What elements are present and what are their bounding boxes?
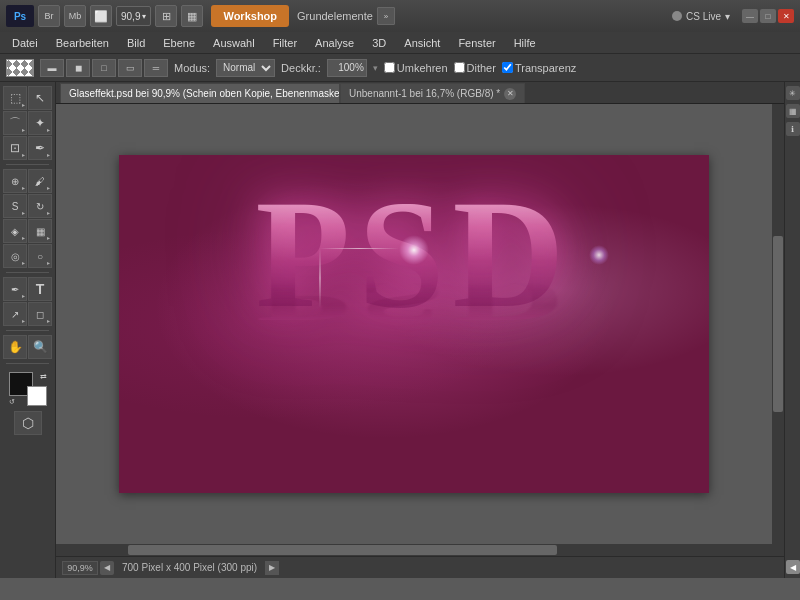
lens-flare-2: [589, 245, 609, 265]
document-area: Glaseffekt.psd bei 90,9% (Schein oben Ko…: [56, 82, 784, 578]
maximize-btn[interactable]: □: [760, 9, 776, 23]
brush-mode-normal[interactable]: ▬: [40, 59, 64, 77]
umkehren-checkbox[interactable]: [384, 62, 395, 73]
tab-unbenannt[interactable]: Unbenannt-1 bei 16,7% (RGB/8) * ✕: [340, 83, 525, 103]
clone-stamp-tool-btn[interactable]: S▸: [3, 194, 27, 218]
menu-auswahl[interactable]: Auswahl: [205, 35, 263, 51]
cs-live-label: CS Live: [686, 11, 721, 22]
status-bar: ◀ 700 Pixel x 400 Pixel (300 ppi) ▶: [56, 556, 784, 578]
tool-row-1: ⬚▸ ↖: [2, 86, 53, 110]
eraser-tool-btn[interactable]: ◈▸: [3, 219, 27, 243]
eyedropper-tool-btn[interactable]: ✒▸: [28, 136, 52, 160]
menu-filter[interactable]: Filter: [265, 35, 305, 51]
path-selection-tool-btn[interactable]: ↗▸: [3, 302, 27, 326]
opacity-input[interactable]: [327, 59, 367, 77]
canvas-image[interactable]: PSD PSD: [119, 155, 709, 493]
menu-datei[interactable]: Datei: [4, 35, 46, 51]
crop-tool-btn[interactable]: ⊡▸: [3, 136, 27, 160]
horizontal-scrollbar[interactable]: [56, 544, 772, 556]
workspace-grundelemente-label: Grundelemente: [297, 10, 373, 22]
psd-reflection-text: PSD: [256, 272, 573, 328]
menu-ebene[interactable]: Ebene: [155, 35, 203, 51]
color-swatches-area: ⇄ ↺: [2, 372, 53, 406]
tool-row-4: ⊕▸ 🖌▸: [2, 169, 53, 193]
close-btn[interactable]: ✕: [778, 9, 794, 23]
cs-live-area[interactable]: CS Live ▾: [672, 11, 730, 22]
minimize-btn[interactable]: —: [742, 9, 758, 23]
menu-hilfe[interactable]: Hilfe: [506, 35, 544, 51]
status-zoom-input[interactable]: [62, 561, 98, 575]
panel-histogram-btn[interactable]: ▦: [786, 104, 800, 118]
umkehren-label: Umkehren: [397, 62, 448, 74]
cs-live-dot: [672, 11, 682, 21]
brush-mode-lighten[interactable]: □: [92, 59, 116, 77]
canvas-scroll-area: PSD PSD: [56, 104, 772, 544]
tab-glaseffekt[interactable]: Glaseffekt.psd bei 90,9% (Schein oben Ko…: [60, 83, 340, 103]
dodge-tool-btn[interactable]: ○▸: [28, 244, 52, 268]
arrange-btn[interactable]: ⊞: [155, 5, 177, 27]
quick-mask-btn[interactable]: ⬡: [14, 411, 42, 435]
status-play-btn[interactable]: ▶: [265, 561, 279, 575]
menu-analyse[interactable]: Analyse: [307, 35, 362, 51]
psd-text-container: PSD PSD: [256, 185, 573, 464]
type-tool-btn[interactable]: T: [28, 277, 52, 301]
flare-line-h1: [319, 248, 399, 249]
menu-bild[interactable]: Bild: [119, 35, 153, 51]
dither-checkbox[interactable]: [454, 62, 465, 73]
canvas-area: PSD PSD: [56, 104, 784, 556]
horizontal-scrollbar-thumb[interactable]: [128, 545, 558, 555]
spot-healing-tool-btn[interactable]: ⊕▸: [3, 169, 27, 193]
brush-mode-buttons: ▬ ◼ □ ▭ ═: [40, 59, 168, 77]
brush-mode-darken[interactable]: ◼: [66, 59, 90, 77]
mode-select[interactable]: Normal: [216, 59, 275, 77]
menu-bearbeiten[interactable]: Bearbeiten: [48, 35, 117, 51]
brush-mode-5[interactable]: ═: [144, 59, 168, 77]
hand-tool-btn[interactable]: ✋: [3, 335, 27, 359]
marquee-tool-btn[interactable]: ⬚▸: [3, 86, 27, 110]
umkehren-checkbox-area: Umkehren: [384, 62, 448, 74]
magic-wand-tool-btn[interactable]: ✦▸: [28, 111, 52, 135]
move-tool-btn[interactable]: ↖: [28, 86, 52, 110]
pen-tool-btn[interactable]: ✒▸: [3, 277, 27, 301]
reset-colors-btn[interactable]: ↺: [9, 398, 15, 406]
brush-preset-picker[interactable]: [6, 59, 34, 77]
menu-ansicht[interactable]: Ansicht: [396, 35, 448, 51]
tool-row-7: ◎▸ ○▸: [2, 244, 53, 268]
titlebar: Ps Br Mb ⬜ 90,9 ▾ ⊞ ▦ Workshop Grundelem…: [0, 0, 800, 32]
vertical-scrollbar-thumb[interactable]: [773, 236, 783, 412]
tool-row-2: ⌒▸ ✦▸: [2, 111, 53, 135]
view-mode-btn[interactable]: ⬜: [90, 5, 112, 27]
zoom-display: 90,9 ▾: [116, 6, 151, 26]
lens-flare-1: [399, 235, 429, 265]
status-info-btn[interactable]: ◀: [100, 561, 114, 575]
shape-tool-btn[interactable]: ◻▸: [28, 302, 52, 326]
blur-tool-btn[interactable]: ◎▸: [3, 244, 27, 268]
minibrige-btn[interactable]: Mb: [64, 5, 86, 27]
gradient-tool-btn[interactable]: ▦▸: [28, 219, 52, 243]
vertical-scrollbar[interactable]: [772, 104, 784, 544]
tools-panel: ⬚▸ ↖ ⌒▸ ✦▸ ⊡▸ ✒▸ ⊕▸ 🖌▸ S▸ ↻▸ ◈▸ ▦▸ ◎▸ ○▸: [0, 82, 56, 578]
screen-mode-btn[interactable]: ▦: [181, 5, 203, 27]
panel-layers-btn[interactable]: ◀: [786, 560, 800, 574]
history-brush-tool-btn[interactable]: ↻▸: [28, 194, 52, 218]
tab-unbenannt-close[interactable]: ✕: [504, 88, 516, 100]
lasso-tool-btn[interactable]: ⌒▸: [3, 111, 27, 135]
swap-colors-btn[interactable]: ⇄: [40, 372, 47, 381]
status-dims-label: 700 Pixel x 400 Pixel (300 ppi): [122, 562, 257, 573]
more-workspaces-btn[interactable]: »: [377, 7, 395, 25]
tool-row-quickmask: ⬡: [2, 411, 53, 435]
optionsbar: ▬ ◼ □ ▭ ═ Modus: Normal Deckkr.: ▾ Umkeh…: [0, 54, 800, 82]
tool-row-9: ↗▸ ◻▸: [2, 302, 53, 326]
background-color-swatch[interactable]: [27, 386, 47, 406]
workspace-workshop-btn[interactable]: Workshop: [211, 5, 289, 27]
brush-mode-4[interactable]: ▭: [118, 59, 142, 77]
brush-tool-btn[interactable]: 🖌▸: [28, 169, 52, 193]
panel-collapse-btn[interactable]: ✳: [786, 86, 800, 100]
zoom-tool-btn[interactable]: 🔍: [28, 335, 52, 359]
menu-fenster[interactable]: Fenster: [450, 35, 503, 51]
tool-row-5: S▸ ↻▸: [2, 194, 53, 218]
transparenz-checkbox[interactable]: [502, 62, 513, 73]
menu-3d[interactable]: 3D: [364, 35, 394, 51]
bridge-btn[interactable]: Br: [38, 5, 60, 27]
panel-info-btn[interactable]: ℹ: [786, 122, 800, 136]
